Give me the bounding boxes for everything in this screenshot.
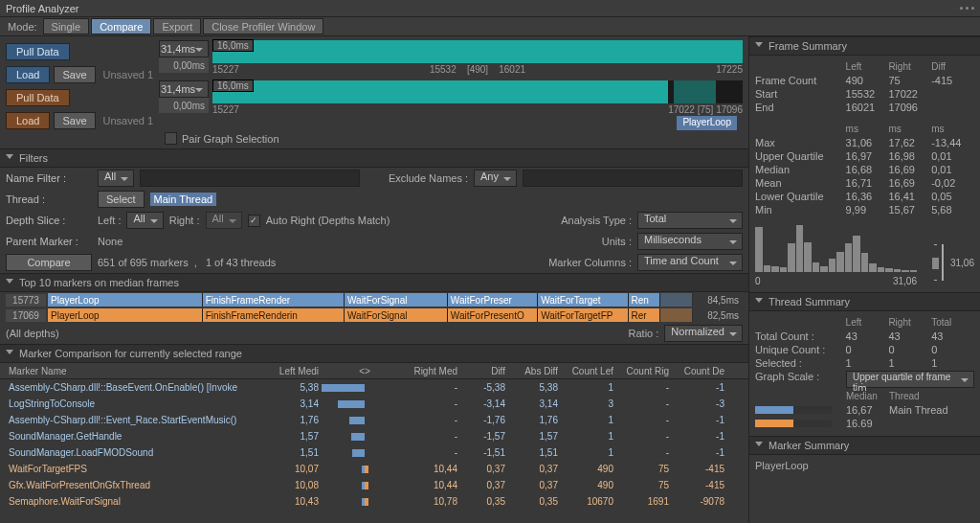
comparison-row[interactable]: SoundManager.LoadFMODSound 1,51 - -1,51 … bbox=[0, 444, 748, 461]
depth-left-select[interactable]: All bbox=[126, 212, 163, 229]
units-select[interactable]: Milliseconds bbox=[637, 233, 743, 250]
window-menu-icon[interactable] bbox=[960, 7, 974, 10]
comparison-row[interactable]: SoundManager.GetHandle 1,57 - -1,57 1,57… bbox=[0, 428, 748, 444]
top10-row[interactable]: 17069 PlayerLoopFinishFrameRenderinWaitF… bbox=[0, 307, 748, 323]
name-filter-input[interactable] bbox=[140, 170, 360, 187]
comparison-row[interactable]: LogStringToConsole 3,14 - -3,14 3,14 3 -… bbox=[0, 396, 748, 412]
toolbar: Mode: Single Compare Export Close Profil… bbox=[0, 17, 980, 36]
mode-compare-button[interactable]: Compare bbox=[91, 18, 151, 34]
main-thread-chip[interactable]: Main Thread bbox=[150, 193, 217, 206]
analysis-type-select[interactable]: Total bbox=[637, 212, 743, 229]
save-b-button[interactable]: Save bbox=[54, 112, 95, 129]
marker-columns-select[interactable]: Time and Count bbox=[637, 254, 743, 271]
unsaved-a-label: Unsaved 1 bbox=[103, 69, 154, 80]
top10-row[interactable]: 15773 PlayerLoopFinishFrameRenderWaitFor… bbox=[0, 292, 748, 307]
ratio-select[interactable]: Normalized bbox=[664, 325, 743, 342]
graph-scale-select[interactable]: Upper quartile of frame tiṁ bbox=[846, 371, 974, 388]
load-a-button[interactable]: Load bbox=[6, 66, 50, 83]
frame-histogram bbox=[755, 224, 917, 272]
thread-summary-header[interactable]: Thread Summary bbox=[749, 292, 980, 311]
pull-data-a-button[interactable]: Pull Data bbox=[6, 43, 70, 60]
box-plot bbox=[924, 239, 947, 286]
marker-summary-header[interactable]: Marker Summary bbox=[749, 436, 980, 455]
top10-header[interactable]: Top 10 markers on median frames bbox=[0, 273, 748, 292]
load-b-button[interactable]: Load bbox=[6, 112, 50, 129]
filters-header[interactable]: Filters bbox=[0, 148, 748, 168]
close-profiler-button[interactable]: Close Profiler Window bbox=[203, 18, 323, 34]
exclude-input[interactable] bbox=[523, 170, 743, 187]
pair-graph-checkbox[interactable] bbox=[165, 132, 177, 145]
title-bar: Profile Analyzer bbox=[0, 0, 980, 17]
thread-select-button[interactable]: Select bbox=[98, 191, 145, 208]
tl-a-max-select[interactable]: 31,4ms bbox=[159, 40, 209, 57]
comparison-row[interactable]: Semaphore.WaitForSignal 10,43 10,78 0,35… bbox=[0, 493, 748, 510]
compare-button[interactable]: Compare bbox=[6, 254, 92, 271]
exclude-mode[interactable]: Any bbox=[474, 170, 517, 187]
comparison-header[interactable]: Marker Comparison for currently selected… bbox=[0, 344, 748, 363]
comparison-row[interactable]: WaitForTargetFPS 10,07 10,44 0,37 0,37 4… bbox=[0, 461, 748, 477]
pull-data-b-button[interactable]: Pull Data bbox=[6, 89, 70, 106]
window-title: Profile Analyzer bbox=[6, 3, 78, 14]
depth-right-select[interactable]: All bbox=[206, 212, 242, 229]
timeline-b-graph[interactable]: 16,0ms bbox=[212, 80, 743, 103]
export-button[interactable]: Export bbox=[153, 18, 201, 34]
playerloop-tag: PlayerLoop bbox=[677, 116, 737, 130]
tl-b-max-select[interactable]: 31,4ms bbox=[159, 80, 209, 98]
auto-right-checkbox[interactable] bbox=[248, 215, 260, 227]
pair-graph-label: Pair Graph Selection bbox=[182, 133, 279, 145]
save-a-button[interactable]: Save bbox=[54, 66, 95, 83]
frame-summary-header[interactable]: Frame Summary bbox=[749, 36, 980, 56]
comparison-row[interactable]: Gfx.WaitForPresentOnGfxThread 10,08 10,4… bbox=[0, 477, 748, 493]
comparison-row[interactable]: Assembly-CSharp.dll!::Event_Race.StartEv… bbox=[0, 412, 748, 428]
tl-b-min: 0,00ms bbox=[159, 98, 209, 113]
mode-label: Mode: bbox=[4, 21, 41, 33]
unsaved-b-label: Unsaved 1 bbox=[103, 115, 154, 126]
tl-a-min: 0,00ms bbox=[159, 57, 209, 73]
comparison-row[interactable]: Assembly-CSharp.dll!::BaseEvent.OnEnable… bbox=[0, 379, 748, 396]
table-header: Marker Name Left Medi <> Right Med Diff … bbox=[0, 363, 748, 379]
name-filter-mode[interactable]: All bbox=[98, 170, 134, 187]
mode-single-button[interactable]: Single bbox=[43, 18, 90, 34]
timeline-a-graph[interactable]: 16,0ms bbox=[212, 40, 743, 63]
